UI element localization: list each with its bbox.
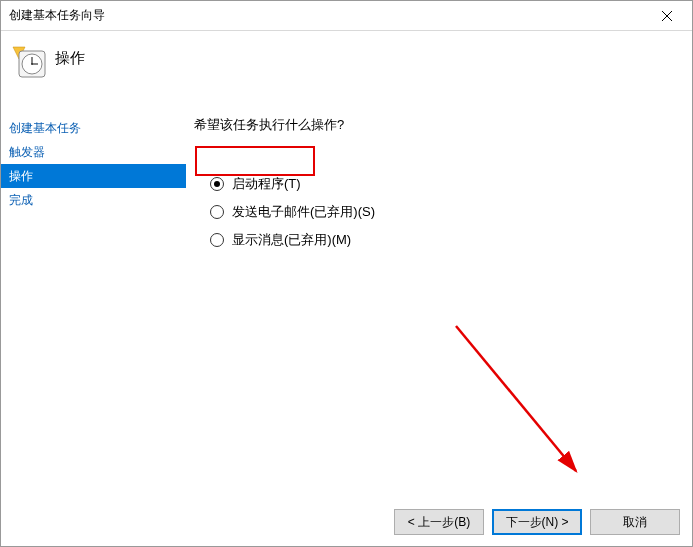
svg-line-6: [456, 326, 576, 471]
close-icon: [662, 11, 672, 21]
option-label: 发送电子邮件(已弃用)(S): [232, 203, 375, 221]
close-button[interactable]: [644, 1, 690, 31]
wizard-window: 创建基本任务向导 操作 创建基本任务 触发器 操作 完成 希望该任务执行什么操作: [0, 0, 693, 547]
wizard-sidebar: 创建基本任务 触发器 操作 完成: [1, 86, 186, 498]
sidebar-item-action[interactable]: 操作: [1, 164, 186, 188]
radio-icon: [210, 233, 224, 247]
wizard-footer: < 上一步(B) 下一步(N) > 取消: [1, 498, 692, 546]
wizard-header: 操作: [1, 31, 692, 86]
sidebar-item-create-task[interactable]: 创建基本任务: [1, 116, 186, 140]
wizard-content: 希望该任务执行什么操作? 启动程序(T) 发送电子邮件(已弃用)(S) 显示消息…: [186, 86, 692, 498]
wizard-body: 创建基本任务 触发器 操作 完成 希望该任务执行什么操作? 启动程序(T) 发送…: [1, 86, 692, 498]
option-show-message[interactable]: 显示消息(已弃用)(M): [194, 226, 692, 254]
svg-point-5: [31, 63, 33, 65]
back-button[interactable]: < 上一步(B): [394, 509, 484, 535]
cancel-button[interactable]: 取消: [590, 509, 680, 535]
page-title: 操作: [55, 49, 85, 68]
clock-icon: [11, 43, 43, 75]
sidebar-item-trigger[interactable]: 触发器: [1, 140, 186, 164]
sidebar-item-finish[interactable]: 完成: [1, 188, 186, 212]
radio-icon: [210, 177, 224, 191]
option-send-email[interactable]: 发送电子邮件(已弃用)(S): [194, 198, 692, 226]
window-title: 创建基本任务向导: [9, 7, 644, 24]
option-start-program[interactable]: 启动程序(T): [194, 170, 692, 198]
option-label: 显示消息(已弃用)(M): [232, 231, 351, 249]
titlebar: 创建基本任务向导: [1, 1, 692, 31]
next-button[interactable]: 下一步(N) >: [492, 509, 582, 535]
annotation-arrow: [446, 316, 596, 486]
radio-icon: [210, 205, 224, 219]
option-label: 启动程序(T): [232, 175, 301, 193]
action-question: 希望该任务执行什么操作?: [194, 116, 692, 134]
